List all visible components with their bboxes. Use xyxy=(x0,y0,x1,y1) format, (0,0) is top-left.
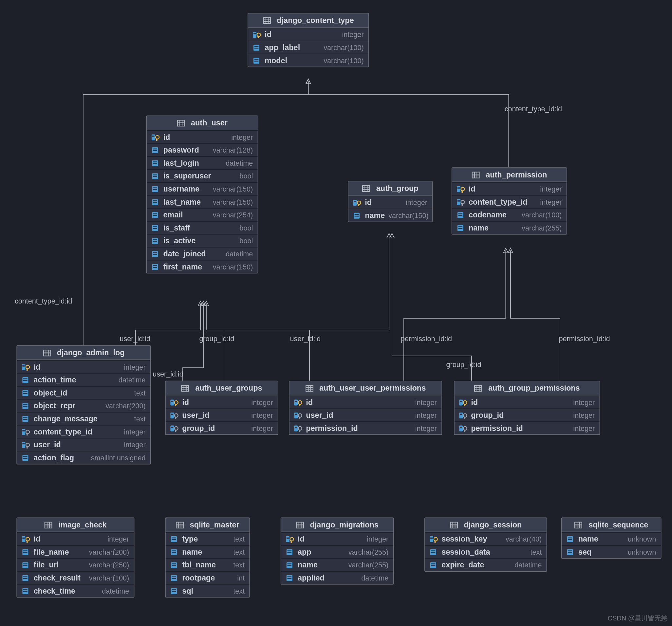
column-row[interactable]: rootpageint xyxy=(166,571,249,584)
svg-rect-233 xyxy=(430,537,433,538)
column-row[interactable]: file_namevarchar(200) xyxy=(17,545,134,558)
column-row[interactable]: object_idtext xyxy=(17,386,150,399)
table-header[interactable]: auth_user xyxy=(147,116,257,130)
column-row[interactable]: idinteger xyxy=(452,182,567,195)
svg-rect-28 xyxy=(153,161,157,162)
table-header[interactable]: django_session xyxy=(425,518,547,532)
column-row[interactable]: user_idinteger xyxy=(289,408,441,422)
column-row[interactable]: date_joineddatetime xyxy=(147,247,257,260)
table-django_admin_log[interactable]: django_admin_logidintegeraction_timedate… xyxy=(16,345,151,464)
column-name: name xyxy=(365,211,385,220)
column-row[interactable]: codenamevarchar(100) xyxy=(452,208,567,221)
column-row[interactable]: last_logindatetime xyxy=(147,156,257,169)
column-row[interactable]: first_namevarchar(150) xyxy=(147,260,257,273)
table-auth_user_groups[interactable]: auth_user_groupsidintegeruser_idintegerg… xyxy=(165,381,278,435)
column-type: bool xyxy=(239,172,253,180)
column-row[interactable]: is_activebool xyxy=(147,234,257,247)
column-row[interactable]: object_reprvarchar(200) xyxy=(17,399,150,412)
column-row[interactable]: group_idinteger xyxy=(166,422,278,434)
table-auth_user[interactable]: auth_useridintegerpasswordvarchar(128)la… xyxy=(146,116,258,273)
table-header[interactable]: django_admin_log xyxy=(17,346,150,360)
column-row[interactable]: idinteger xyxy=(289,395,441,409)
column-row[interactable]: tbl_nametext xyxy=(166,558,249,571)
column-row[interactable]: change_messagetext xyxy=(17,412,150,425)
table-auth_group_permissions[interactable]: auth_group_permissionsidintegergroup_idi… xyxy=(454,381,600,435)
column-row[interactable]: idinteger xyxy=(349,196,432,209)
column-row[interactable]: group_idinteger xyxy=(455,408,600,422)
table-sqlite_sequence[interactable]: sqlite_sequencenameunknownsequnknown xyxy=(561,517,662,558)
column-row[interactable]: namevarchar(255) xyxy=(452,221,567,234)
column-name: username xyxy=(163,184,200,193)
column-row[interactable]: last_namevarchar(150) xyxy=(147,195,257,208)
column-icon xyxy=(22,548,30,556)
column-row[interactable]: is_superuserbool xyxy=(147,169,257,183)
column-row[interactable]: idinteger xyxy=(281,532,393,545)
column-row[interactable]: user_idinteger xyxy=(166,408,278,422)
table-header[interactable]: auth_user_user_permissions xyxy=(289,381,441,395)
column-row[interactable]: namevarchar(150) xyxy=(349,209,432,222)
column-row[interactable]: file_urlvarchar(250) xyxy=(17,558,134,571)
column-row[interactable]: session_keyvarchar(40) xyxy=(425,532,547,545)
column-row[interactable]: is_staffbool xyxy=(147,221,257,234)
column-row[interactable]: expire_datedatetime xyxy=(425,558,547,571)
column-row[interactable]: applieddatetime xyxy=(281,571,393,584)
column-row[interactable]: user_idinteger xyxy=(17,438,150,451)
column-row[interactable]: idinteger xyxy=(248,28,368,41)
table-auth_permission[interactable]: auth_permissionidintegercontent_type_idi… xyxy=(452,167,567,235)
table-header[interactable]: auth_group_permissions xyxy=(455,381,600,395)
relationship-edge xyxy=(510,250,560,381)
table-header[interactable]: auth_group xyxy=(349,182,432,195)
column-row[interactable]: idinteger xyxy=(147,130,257,143)
column-row[interactable]: nameunknown xyxy=(562,532,661,545)
column-row[interactable]: check_timedatetime xyxy=(17,584,134,597)
table-sqlite_master[interactable]: sqlite_mastertypetextnametexttbl_nametex… xyxy=(165,517,250,598)
table-header[interactable]: image_check xyxy=(17,518,134,532)
svg-rect-116 xyxy=(23,458,27,459)
column-row[interactable]: idinteger xyxy=(455,395,600,409)
column-row[interactable]: appvarchar(255) xyxy=(281,545,393,558)
column-row[interactable]: idinteger xyxy=(17,360,150,373)
column-row[interactable]: session_datatext xyxy=(425,545,547,558)
column-row[interactable]: typetext xyxy=(166,532,249,545)
column-row[interactable]: emailvarchar(254) xyxy=(147,208,257,221)
table-header[interactable]: auth_user_groups xyxy=(166,381,278,395)
table-django_migrations[interactable]: django_migrationsidintegerappvarchar(255… xyxy=(281,517,394,584)
column-row[interactable]: content_type_idinteger xyxy=(17,425,150,438)
column-row[interactable]: app_labelvarchar(100) xyxy=(248,41,368,54)
table-header[interactable]: django_content_type xyxy=(248,14,368,27)
column-type: varchar(100) xyxy=(323,56,363,65)
svg-rect-78 xyxy=(461,203,463,205)
column-row[interactable]: nametext xyxy=(166,545,249,558)
column-row[interactable]: check_resultvarchar(100) xyxy=(17,571,134,584)
column-row[interactable]: usernamevarchar(150) xyxy=(147,182,257,195)
table-django_content_type[interactable]: django_content_typeidintegerapp_labelvar… xyxy=(247,13,369,68)
table-header[interactable]: sqlite_master xyxy=(166,518,249,532)
table-icon xyxy=(263,16,271,25)
table-auth_group[interactable]: auth_groupidintegernamevarchar(150) xyxy=(348,181,433,222)
column-row[interactable]: namevarchar(255) xyxy=(281,558,393,571)
column-row[interactable]: idinteger xyxy=(166,395,278,409)
column-row[interactable]: passwordvarchar(128) xyxy=(147,143,257,156)
column-row[interactable]: action_flagsmallint unsigned xyxy=(17,451,150,464)
column-row[interactable]: sequnknown xyxy=(562,545,661,558)
column-type: integer xyxy=(251,424,273,432)
table-header[interactable]: sqlite_sequence xyxy=(562,518,661,532)
column-row[interactable]: content_type_idinteger xyxy=(452,195,567,208)
primary-key-icon xyxy=(430,535,438,543)
svg-rect-105 xyxy=(23,419,27,420)
primary-key-icon xyxy=(253,30,261,39)
table-header[interactable]: django_migrations xyxy=(281,518,393,532)
table-image_check[interactable]: image_checkidintegerfile_namevarchar(200… xyxy=(16,517,134,598)
column-row[interactable]: modelvarchar(100) xyxy=(248,54,368,67)
table-header[interactable]: auth_permission xyxy=(452,168,567,182)
table-auth_user_user_permissions[interactable]: auth_user_user_permissionsidintegeruser_… xyxy=(289,381,442,435)
table-django_session[interactable]: django_sessionsession_keyvarchar(40)sess… xyxy=(425,517,547,572)
column-row[interactable]: sqltext xyxy=(166,584,249,597)
svg-rect-71 xyxy=(457,186,460,192)
svg-rect-174 xyxy=(22,537,25,538)
column-row[interactable]: idinteger xyxy=(17,532,134,545)
column-row[interactable]: action_timedatetime xyxy=(17,373,150,386)
column-row[interactable]: permission_idinteger xyxy=(289,422,441,434)
column-name: id xyxy=(298,535,305,544)
column-row[interactable]: permission_idinteger xyxy=(455,422,600,434)
